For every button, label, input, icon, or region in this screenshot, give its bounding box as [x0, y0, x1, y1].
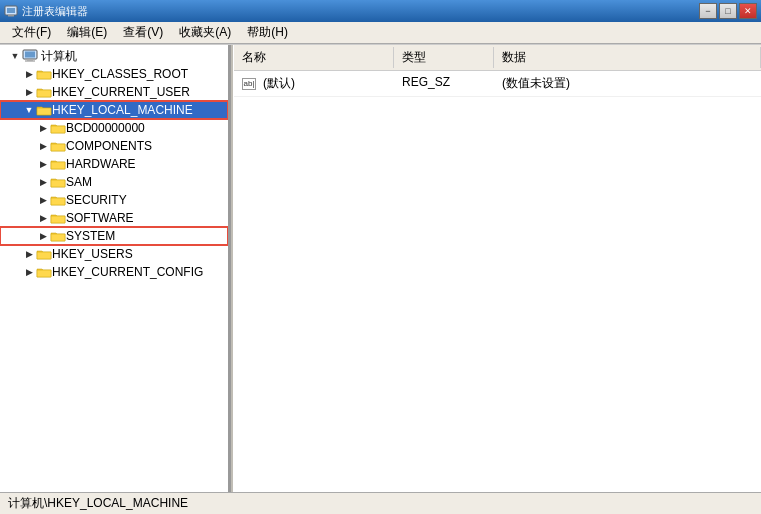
cell-name-text: (默认): [263, 75, 295, 92]
table-row[interactable]: ab| (默认) REG_SZ (数值未设置): [234, 71, 761, 97]
col-header-type[interactable]: 类型: [394, 47, 494, 68]
tree-node-hardware[interactable]: ▶ HARDWARE: [0, 155, 228, 173]
menu-help[interactable]: 帮助(H): [239, 22, 296, 43]
svg-rect-5: [27, 59, 33, 61]
expand-software[interactable]: ▶: [36, 211, 50, 225]
tree-label-software: SOFTWARE: [66, 211, 134, 225]
expand-hardware[interactable]: ▶: [36, 157, 50, 171]
minimize-button[interactable]: −: [699, 3, 717, 19]
col-header-data[interactable]: 数据: [494, 47, 761, 68]
folder-icon-system: [50, 229, 66, 243]
tree-node-security[interactable]: ▶ SECURITY: [0, 191, 228, 209]
expand-bcd[interactable]: ▶: [36, 121, 50, 135]
folder-icon-security: [50, 193, 66, 207]
expand-hklm[interactable]: ▼: [22, 103, 36, 117]
menu-bar: 文件(F) 编辑(E) 查看(V) 收藏夹(A) 帮助(H): [0, 22, 761, 44]
expand-components[interactable]: ▶: [36, 139, 50, 153]
tree-node-hku[interactable]: ▶ HKEY_USERS: [0, 245, 228, 263]
folder-icon-bcd: [50, 121, 66, 135]
window-title: 注册表编辑器: [22, 4, 699, 19]
title-bar: 注册表编辑器 − □ ✕: [0, 0, 761, 22]
tree-label-hkcr: HKEY_CLASSES_ROOT: [52, 67, 188, 81]
tree-node-software[interactable]: ▶ SOFTWARE: [0, 209, 228, 227]
folder-icon-hku: [36, 247, 52, 261]
tree-node-hklm[interactable]: ▼ HKEY_LOCAL_MACHINE: [0, 101, 228, 119]
app-icon: [4, 4, 18, 18]
main-container: ▼ 计算机 ▶ HKEY_CLASSES_ROOT ▶: [0, 44, 761, 492]
tree-label-hkcu: HKEY_CURRENT_USER: [52, 85, 190, 99]
status-text: 计算机\HKEY_LOCAL_MACHINE: [8, 495, 188, 512]
tree-label-hku: HKEY_USERS: [52, 247, 133, 261]
table-header: 名称 类型 数据: [234, 45, 761, 71]
tree-label-sam: SAM: [66, 175, 92, 189]
tree-node-system[interactable]: ▶ SYSTEM: [0, 227, 228, 245]
folder-icon-components: [50, 139, 66, 153]
menu-view[interactable]: 查看(V): [115, 22, 171, 43]
tree-node-hkcc[interactable]: ▶ HKEY_CURRENT_CONFIG: [0, 263, 228, 281]
tree-label-system: SYSTEM: [66, 229, 115, 243]
tree-pane[interactable]: ▼ 计算机 ▶ HKEY_CLASSES_ROOT ▶: [0, 45, 230, 492]
cell-name: ab| (默认): [234, 73, 394, 94]
cell-type: REG_SZ: [394, 73, 494, 94]
tree-label-components: COMPONENTS: [66, 139, 152, 153]
window-controls: − □ ✕: [699, 3, 757, 19]
expand-sam[interactable]: ▶: [36, 175, 50, 189]
tree-node-sam[interactable]: ▶ SAM: [0, 173, 228, 191]
tree-label-bcd: BCD00000000: [66, 121, 145, 135]
folder-icon-hklm: [36, 103, 52, 117]
tree-node-components[interactable]: ▶ COMPONENTS: [0, 137, 228, 155]
maximize-button[interactable]: □: [719, 3, 737, 19]
folder-icon-hkcc: [36, 265, 52, 279]
svg-rect-4: [25, 52, 35, 58]
tree-label-security: SECURITY: [66, 193, 127, 207]
tree-node-bcd[interactable]: ▶ BCD00000000: [0, 119, 228, 137]
svg-rect-2: [8, 15, 14, 17]
svg-rect-6: [25, 61, 35, 62]
tree-label-hkcc: HKEY_CURRENT_CONFIG: [52, 265, 203, 279]
right-pane: 名称 类型 数据 ab| (默认) REG_SZ (数值未设置): [234, 45, 761, 492]
cell-data: (数值未设置): [494, 73, 761, 94]
menu-favorites[interactable]: 收藏夹(A): [171, 22, 239, 43]
tree-label-computer: 计算机: [41, 48, 77, 65]
folder-icon-hkcr: [36, 67, 52, 81]
status-bar: 计算机\HKEY_LOCAL_MACHINE: [0, 492, 761, 514]
expand-security[interactable]: ▶: [36, 193, 50, 207]
col-header-name[interactable]: 名称: [234, 47, 394, 68]
expand-hkcr[interactable]: ▶: [22, 67, 36, 81]
tree-node-hkcr[interactable]: ▶ HKEY_CLASSES_ROOT: [0, 65, 228, 83]
expand-hkcc[interactable]: ▶: [22, 265, 36, 279]
menu-file[interactable]: 文件(F): [4, 22, 59, 43]
expand-hkcu[interactable]: ▶: [22, 85, 36, 99]
folder-icon-sam: [50, 175, 66, 189]
close-button[interactable]: ✕: [739, 3, 757, 19]
tree-node-computer[interactable]: ▼ 计算机: [0, 47, 228, 65]
folder-icon-hardware: [50, 157, 66, 171]
value-type-icon: ab|: [242, 78, 256, 90]
tree-node-hkcu[interactable]: ▶ HKEY_CURRENT_USER: [0, 83, 228, 101]
computer-icon: [22, 49, 38, 63]
menu-edit[interactable]: 编辑(E): [59, 22, 115, 43]
folder-icon-hkcu: [36, 85, 52, 99]
expand-computer[interactable]: ▼: [8, 49, 22, 63]
folder-icon-software: [50, 211, 66, 225]
expand-hku[interactable]: ▶: [22, 247, 36, 261]
tree-label-hardware: HARDWARE: [66, 157, 136, 171]
tree-label-hklm: HKEY_LOCAL_MACHINE: [52, 103, 193, 117]
expand-system[interactable]: ▶: [36, 229, 50, 243]
svg-rect-1: [7, 8, 15, 13]
